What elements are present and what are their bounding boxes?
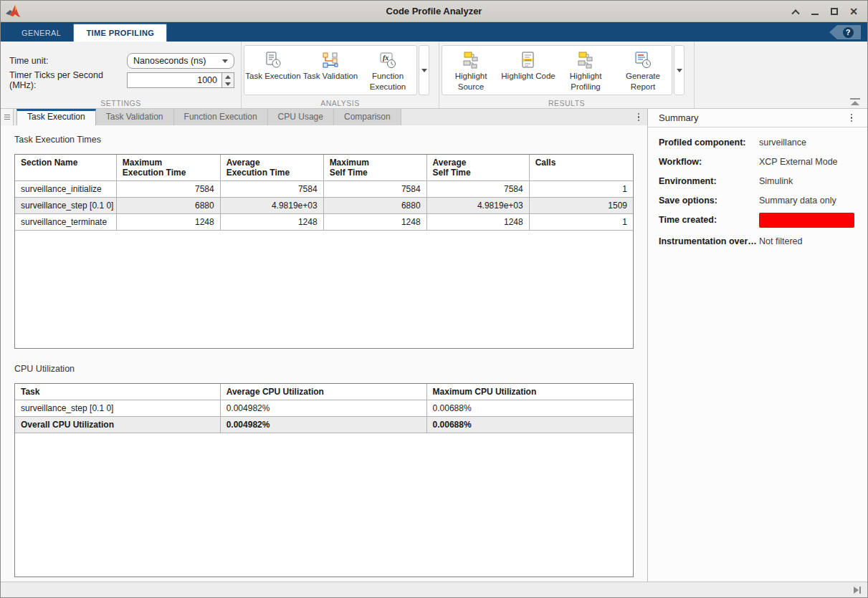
highlight-profiling-button[interactable]: Highlight Profiling [557, 46, 614, 95]
results-gallery-dropdown-icon[interactable] [674, 45, 685, 95]
titlebar: Code Profile Analyzer ✕ [1, 1, 867, 22]
analysis-section-label: ANALYSIS [242, 99, 439, 107]
collapse-toolstrip-icon[interactable] [850, 98, 860, 105]
window-title: Code Profile Analyzer [1, 6, 867, 16]
cpu-header-row: Task Average CPU Utilization Maximum CPU… [15, 384, 633, 400]
document-tabbar: Task Execution Task Validation Function … [1, 109, 647, 125]
results-section: Highlight Source Highligh [439, 42, 695, 108]
timer-ticks-label: Timer Ticks per Second (MHz): [9, 70, 127, 90]
field-label: Time created: [659, 215, 759, 225]
function-execution-button[interactable]: fx Function Execution [359, 46, 416, 95]
field-value: surveillance [759, 138, 806, 148]
col-max-exec-time[interactable]: Maximum Execution Time [116, 155, 220, 181]
help-button[interactable]: ? [829, 25, 861, 39]
col-avg-cpu[interactable]: Average CPU Utilization [220, 384, 426, 400]
ribbon-tabstrip: GENERAL TIME PROFILING ? [1, 22, 867, 42]
field-value: XCP External Mode [759, 157, 838, 167]
toolstrip: Time unit: Nanoseconds (ns) Timer Ticks … [1, 42, 867, 109]
field-value: Not filtered [759, 236, 802, 246]
close-icon[interactable]: ✕ [849, 6, 859, 16]
spin-up-icon[interactable] [222, 73, 234, 80]
field-label: Instrumentation over… [659, 236, 759, 246]
exec-table: Section Name Maximum Execution Time Aver… [15, 155, 633, 231]
field-label: Save options: [659, 196, 759, 206]
doc-tab-comparison[interactable]: Comparison [334, 109, 401, 125]
ribbon-tab-time-profiling[interactable]: TIME PROFILING [73, 24, 167, 42]
table-row[interactable]: surveillance_terminate 1248 1248 1248 12… [15, 214, 633, 231]
tabbar-menu-icon[interactable] [1, 109, 14, 125]
exec-table-title: Task Execution Times [14, 135, 634, 145]
ribbon-tab-general[interactable]: GENERAL [9, 24, 73, 42]
task-validation-icon [321, 50, 340, 70]
timer-ticks-value[interactable]: 1000 [128, 73, 221, 87]
settings-section-label: SETTINGS [1, 99, 241, 107]
time-created-redaction-block [759, 213, 854, 228]
summary-kebab-menu-icon[interactable] [843, 114, 860, 122]
cpu-table: Task Average CPU Utilization Maximum CPU… [15, 384, 633, 433]
doc-tab-function-execution[interactable]: Function Execution [174, 109, 268, 125]
table-row[interactable]: surveillance_initialize 7584 7584 7584 7… [15, 181, 633, 198]
highlight-code-icon [519, 50, 538, 70]
col-avg-self-time[interactable]: Average Self Time [426, 155, 529, 181]
task-validation-button[interactable]: Task Validation [302, 46, 359, 95]
field-label: Environment: [659, 176, 759, 186]
doc-tab-cpu-usage[interactable]: CPU Usage [268, 109, 334, 125]
task-execution-button[interactable]: Task Execution [244, 46, 302, 95]
field-label: Workflow: [659, 157, 759, 167]
field-value: Simulink [759, 176, 793, 186]
col-calls[interactable]: Calls [529, 155, 633, 181]
col-task[interactable]: Task [15, 384, 220, 400]
expand-panel-icon[interactable] [854, 587, 861, 594]
time-unit-dropdown[interactable]: Nanoseconds (ns) [127, 53, 234, 69]
table-row[interactable]: surveillance_step [0.1 0] 6880 4.9819e+0… [15, 198, 633, 214]
time-unit-value: Nanoseconds (ns) [133, 56, 206, 66]
maximize-icon[interactable] [829, 6, 839, 16]
toolstrip-spacer [695, 42, 867, 108]
function-execution-icon: fx [378, 50, 397, 70]
doc-tab-task-validation[interactable]: Task Validation [96, 109, 174, 125]
exec-header-row: Section Name Maximum Execution Time Aver… [15, 155, 633, 181]
exec-table-container: Section Name Maximum Execution Time Aver… [14, 154, 634, 349]
highlight-source-icon [462, 50, 480, 70]
col-avg-exec-time[interactable]: Average Execution Time [220, 155, 323, 181]
cpu-table-container: Task Average CPU Utilization Maximum CPU… [14, 383, 634, 577]
field-value: Summary data only [759, 196, 836, 206]
cpu-table-title: CPU Utilization [14, 364, 634, 374]
matlab-logo-icon [4, 3, 22, 20]
minimize-icon[interactable] [810, 6, 820, 16]
timer-ticks-stepper[interactable]: 1000 [127, 72, 234, 88]
col-section-name[interactable]: Section Name [15, 155, 116, 181]
task-execution-view: Task Execution Times Section Name Maximu… [1, 125, 647, 582]
highlight-code-button[interactable]: Highlight Code [500, 46, 557, 95]
col-max-self-time[interactable]: Maximum Self Time [323, 155, 426, 181]
doc-tab-task-execution[interactable]: Task Execution [16, 109, 96, 125]
field-label: Profiled component: [659, 138, 759, 148]
col-max-cpu[interactable]: Maximum CPU Utilization [426, 384, 633, 400]
app-window: Code Profile Analyzer ✕ GENERAL TIME PRO… [0, 0, 868, 598]
generate-report-button[interactable]: Generate Report [614, 46, 672, 95]
table-row[interactable]: surveillance_step [0.1 0] 0.004982% 0.00… [15, 400, 633, 417]
document-area: Task Execution Task Validation Function … [1, 109, 648, 582]
collapse-window-icon[interactable] [791, 6, 801, 16]
generate-report-icon [634, 50, 652, 70]
task-execution-icon [264, 50, 282, 70]
settings-section: Time unit: Nanoseconds (ns) Timer Ticks … [1, 42, 242, 108]
document-kebab-menu-icon[interactable] [630, 109, 647, 125]
svg-text:fx: fx [383, 54, 388, 62]
time-unit-label: Time unit: [9, 56, 127, 66]
highlight-profiling-icon [576, 50, 595, 70]
spin-down-icon[interactable] [222, 80, 234, 87]
status-bar [1, 582, 867, 597]
analysis-gallery-dropdown-icon[interactable] [419, 45, 429, 95]
highlight-source-button[interactable]: Highlight Source [442, 46, 500, 95]
analysis-section: Task Execution [242, 42, 439, 108]
summary-title: Summary [659, 112, 699, 123]
summary-panel: Summary Profiled component: surveillance… [648, 109, 867, 582]
table-row-overall[interactable]: Overall CPU Utilization 0.004982% 0.0068… [15, 417, 633, 433]
results-section-label: RESULTS [439, 99, 694, 107]
chevron-down-icon [222, 59, 228, 63]
help-icon: ? [843, 27, 854, 38]
